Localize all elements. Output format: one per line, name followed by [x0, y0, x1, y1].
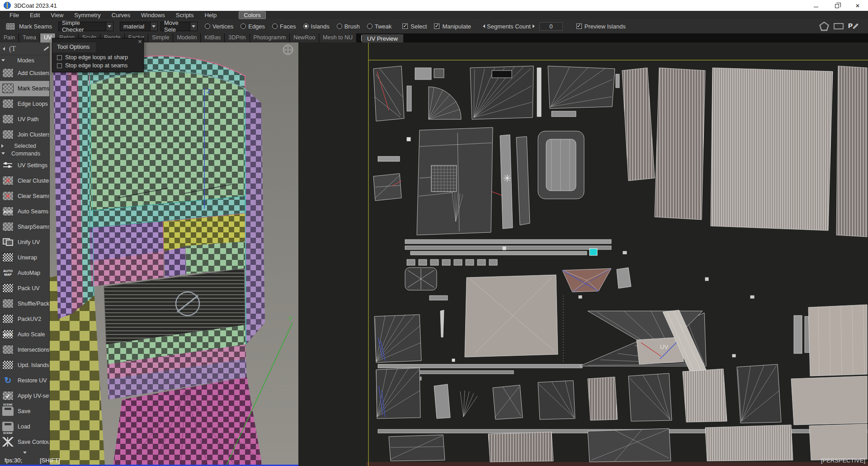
- unify-uv-icon: [2, 237, 14, 247]
- material-dropdown-value: material: [123, 23, 146, 30]
- screen-rectangle-icon[interactable]: [834, 23, 844, 29]
- menu-help[interactable]: Help: [199, 11, 222, 19]
- radio-islands[interactable]: Islands: [303, 23, 330, 30]
- section-commands-header[interactable]: Commands: [0, 150, 49, 158]
- close-icon[interactable]: [138, 39, 142, 45]
- checker-dropdown[interactable]: Simple Checker: [58, 22, 113, 31]
- radio-tweak[interactable]: Tweak: [367, 23, 392, 30]
- tool-options-title[interactable]: Tool Options: [52, 42, 96, 52]
- manipulate-checkbox[interactable]: Manipulate: [434, 23, 471, 30]
- viewport-canvas[interactable]: Z Y: [50, 42, 298, 466]
- sidebar-item-restore-uv[interactable]: Restore UV: [0, 373, 49, 388]
- uv-preview-panel[interactable]: UV [PERSPECTIVE]: [298, 42, 868, 466]
- checker-dropdown-value: Simple Checker: [62, 19, 102, 33]
- save-floppy-icon: SCENE: [2, 406, 14, 416]
- sidebar-item-intersections[interactable]: Intersections: [0, 342, 49, 358]
- menu-windows[interactable]: Windows: [136, 11, 170, 19]
- tab-photogrammetry[interactable]: Photogramm: [250, 33, 290, 42]
- sidebar-item-uv-settings[interactable]: UV Settings: [0, 158, 49, 173]
- auto-seams-icon: AUTO: [2, 207, 14, 216]
- chevron-down-icon: [1, 152, 5, 155]
- sidebar-item-auto-scale[interactable]: AUTOAuto Scale: [0, 327, 49, 342]
- chevron-down-icon[interactable]: [190, 22, 197, 31]
- radio-vertices[interactable]: Vertices: [205, 23, 233, 30]
- sidebar-item-clear-seams[interactable]: Clear Seams: [0, 188, 49, 204]
- tab-simple[interactable]: Simple: [148, 33, 173, 42]
- stop-edge-loop-at-seams-checkbox[interactable]: Stop edge loop at seams: [52, 61, 143, 69]
- menu-view[interactable]: View: [46, 11, 68, 19]
- sidebar-item-auto-seams[interactable]: AUTOAuto Seams: [0, 204, 49, 219]
- transform-mode-dropdown[interactable]: Move Sele: [160, 22, 198, 31]
- tab-mesh-to-nurbs[interactable]: Mesh to NU: [319, 33, 357, 42]
- sidebar-item-upd-islands[interactable]: Upd. Islands: [0, 358, 49, 373]
- sidebar-item-unwrap[interactable]: Unwrap: [0, 250, 49, 265]
- segments-count-input[interactable]: 0: [539, 22, 563, 31]
- sidebar-item-edge-loops[interactable]: Edge Loops: [0, 96, 49, 112]
- sidebar-item-mark-seams[interactable]: Mark Seams: [0, 81, 49, 96]
- section-selected-header[interactable]: Selected: [0, 142, 49, 150]
- sliders-icon: [2, 160, 14, 170]
- sidebar-item-sharp-seams[interactable]: SharpSeams: [0, 219, 49, 235]
- chevron-down-icon[interactable]: [106, 22, 113, 31]
- tab-kitbash[interactable]: KitBas: [201, 33, 225, 42]
- 3d-viewport[interactable]: Z Y: [50, 42, 298, 466]
- mark-seams-label[interactable]: Mark Seams: [19, 23, 52, 30]
- segments-decrement-icon[interactable]: [483, 24, 485, 28]
- 3dcoat-window: 3DCoat 2023.41 File Edit View Symmetry C…: [0, 0, 868, 466]
- sidebar-item-pack-uv[interactable]: Pack UV: [0, 281, 49, 296]
- collapse-panel-icon[interactable]: [3, 47, 5, 51]
- close-button[interactable]: [847, 0, 868, 11]
- preview-islands-checkbox[interactable]: Preview Islands: [576, 23, 626, 30]
- material-dropdown[interactable]: material: [120, 22, 158, 31]
- menu-edit[interactable]: Edit: [25, 11, 45, 19]
- radio-faces[interactable]: Faces: [272, 23, 296, 30]
- restore-uv-icon: [2, 376, 14, 385]
- segments-count-stepper: Segments Count 0: [483, 22, 563, 31]
- tab-newroom[interactable]: NewRoo: [290, 33, 319, 42]
- restore-button[interactable]: [826, 0, 847, 11]
- sidebar-item-packuv2[interactable]: PackUV2: [0, 311, 49, 327]
- sidebar-item-clear-clusters[interactable]: Clear Clusters: [0, 173, 49, 188]
- uv-island-text: UV: [660, 344, 668, 350]
- sidebar-scroll-down[interactable]: [0, 450, 49, 456]
- minimize-button[interactable]: [806, 0, 826, 11]
- selected-uv-island[interactable]: [590, 249, 597, 255]
- sidebar-item-join-clusters[interactable]: Join Clusters: [0, 127, 49, 142]
- sidebar-item-apply-uv-set[interactable]: Apply UV-set: [0, 388, 49, 404]
- sidebar-item-add-clusters[interactable]: Add Clusters: [0, 66, 49, 81]
- radio-brush[interactable]: Brush: [337, 23, 360, 30]
- sidebar-item-load[interactable]: SCENELoad: [0, 419, 49, 434]
- sidebar-item-save[interactable]: SCENESave: [0, 404, 49, 419]
- menu-file[interactable]: File: [5, 11, 24, 19]
- menu-symmetry[interactable]: Symmetry: [69, 11, 106, 19]
- pentagon-primitive-icon[interactable]: [819, 22, 829, 31]
- sidebar-item-shuffle-pack[interactable]: Shuffle/Pack: [0, 296, 49, 311]
- text-tool-icon[interactable]: (T: [9, 45, 16, 53]
- sidebar-item-automap[interactable]: AUTO MAPAutoMap: [0, 265, 49, 281]
- titlebar: 3DCoat 2023.41: [0, 0, 868, 11]
- brush-icon[interactable]: [44, 47, 49, 51]
- tab-paint[interactable]: Pain: [0, 33, 19, 42]
- radio-selected-icon: [303, 24, 309, 29]
- tab-modeling[interactable]: Modelin: [173, 33, 201, 42]
- navigation-sphere-icon[interactable]: [283, 45, 293, 55]
- menu-curves[interactable]: Curves: [107, 11, 135, 19]
- menu-scripts[interactable]: Scripts: [171, 11, 199, 19]
- sidebar-item-unify-uv[interactable]: Unify UV: [0, 235, 49, 250]
- paint-brush-p-icon[interactable]: [848, 22, 860, 31]
- sidebar-item-uv-path[interactable]: UV Path: [0, 112, 49, 127]
- select-checkbox[interactable]: Select: [402, 23, 427, 30]
- tab-3dprint[interactable]: 3DPrin: [225, 33, 250, 42]
- uv-islands-canvas[interactable]: UV: [298, 42, 868, 466]
- sidebar-item-save-contour[interactable]: Save Contour: [0, 434, 49, 450]
- menu-colors[interactable]: Colors: [239, 11, 266, 19]
- auto-scale-icon: AUTO: [2, 329, 14, 339]
- chevron-down-icon[interactable]: [150, 22, 157, 31]
- segments-increment-icon[interactable]: [533, 24, 535, 28]
- radio-edges[interactable]: Edges: [241, 23, 265, 30]
- section-modes-header[interactable]: Modes: [0, 55, 49, 66]
- tool-options-panel: Tool Options Stop edge loops at sharp St…: [52, 38, 144, 72]
- mark-seams-tool-icon[interactable]: [5, 23, 15, 30]
- toolbar-right-icons: [819, 22, 860, 31]
- tab-tweak[interactable]: Twea: [19, 33, 40, 42]
